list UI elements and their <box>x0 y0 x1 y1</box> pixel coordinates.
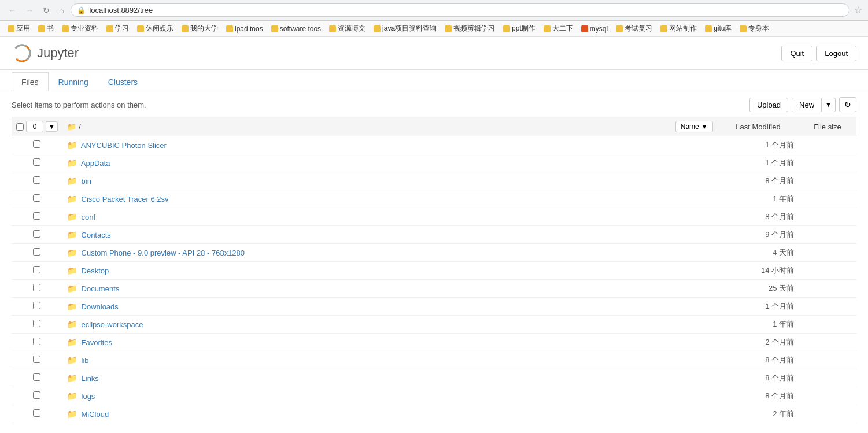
new-dropdown-button[interactable]: ▼ <box>822 99 835 110</box>
row-checkbox[interactable] <box>33 158 40 166</box>
bookmark-video[interactable]: 视频剪辑学习 <box>442 23 498 35</box>
file-link[interactable]: MiCloud <box>82 410 109 419</box>
row-modified-cell: 8 个月前 <box>718 369 799 387</box>
bookmark-java[interactable]: java项目资料查询 <box>371 23 439 35</box>
bookmark-resources[interactable]: 资源博文 <box>326 23 368 35</box>
select-all-checkbox[interactable] <box>16 123 24 131</box>
bookmark-label: 资源博文 <box>338 24 365 34</box>
file-link[interactable]: AppData <box>81 159 110 168</box>
row-checkbox[interactable] <box>33 320 40 327</box>
bookmark-ppt[interactable]: ppt制作 <box>500 23 538 35</box>
bookmark-apps[interactable]: 应用 <box>5 23 33 35</box>
row-empty-cell <box>637 154 718 172</box>
row-checkbox[interactable] <box>33 248 40 256</box>
row-checkbox[interactable] <box>33 194 40 202</box>
counter-input[interactable] <box>26 121 43 132</box>
folder-icon: 📁 <box>67 409 77 419</box>
bookmark-sophomore[interactable]: 大二下 <box>541 23 576 35</box>
name-sort-button[interactable]: Name ▼ <box>675 121 713 132</box>
row-modified-cell: 25 天前 <box>718 280 799 298</box>
row-empty-cell <box>637 172 718 190</box>
row-check-cell <box>12 244 62 262</box>
forward-button[interactable]: → <box>23 5 36 16</box>
counter-dropdown-button[interactable]: ▼ <box>46 121 58 132</box>
bookmark-web[interactable]: 网站制作 <box>658 23 700 35</box>
bookmark-label: 专身本 <box>748 24 769 34</box>
tab-clusters[interactable]: Clusters <box>98 72 147 91</box>
favorite-star-icon[interactable]: ☆ <box>854 5 862 16</box>
row-checkbox[interactable] <box>33 230 40 238</box>
row-size-cell <box>799 262 856 280</box>
row-checkbox[interactable] <box>33 266 40 273</box>
row-checkbox[interactable] <box>33 338 40 345</box>
back-button[interactable]: ← <box>6 5 19 16</box>
row-checkbox[interactable] <box>33 302 40 309</box>
table-row: 📁 bin 8 个月前 <box>12 172 856 190</box>
quit-button[interactable]: Quit <box>781 46 812 61</box>
bookmark-github[interactable]: gitu库 <box>702 23 734 35</box>
bookmark-mysql[interactable]: mysql <box>578 24 611 34</box>
upload-button[interactable]: Upload <box>749 98 788 112</box>
bookmark-folder-icon <box>740 25 747 32</box>
row-modified-cell: 9 个月前 <box>718 226 799 244</box>
file-link[interactable]: Downloads <box>82 302 119 311</box>
new-button[interactable]: New <box>792 98 822 112</box>
bookmark-ipad[interactable]: ipad toos <box>223 24 266 34</box>
tab-files[interactable]: Files <box>12 72 49 91</box>
bookmark-folder-icon <box>660 25 667 32</box>
bookmark-special-icon <box>581 25 588 32</box>
row-check-cell <box>12 280 62 298</box>
file-link[interactable]: Favorites <box>82 338 112 347</box>
file-link[interactable]: eclipse-workspace <box>82 320 143 329</box>
file-link[interactable]: logs <box>82 392 95 401</box>
tab-running[interactable]: Running <box>49 72 98 91</box>
reload-button[interactable]: ↻ <box>40 5 52 16</box>
file-link[interactable]: Desktop <box>82 267 109 275</box>
bookmark-leisure[interactable]: 休闲娱乐 <box>134 23 176 35</box>
file-browser: Select items to perform actions on them.… <box>0 91 868 423</box>
row-size-cell <box>799 244 856 262</box>
file-link[interactable]: Custom Phone - 9.0 preview - API 28 - 76… <box>82 249 245 257</box>
row-checkbox[interactable] <box>33 140 40 148</box>
bookmark-books[interactable]: 书 <box>35 23 57 35</box>
file-link[interactable]: conf <box>82 213 96 221</box>
bookmark-exam[interactable]: 考试复习 <box>613 23 655 35</box>
home-button[interactable]: ⌂ <box>57 5 66 16</box>
refresh-button[interactable]: ↻ <box>839 97 856 112</box>
row-checkbox[interactable] <box>33 409 40 417</box>
bookmark-personal[interactable]: 专身本 <box>737 23 772 35</box>
bookmark-study[interactable]: 学习 <box>104 23 132 35</box>
app-logo: Jupyter <box>12 43 79 64</box>
file-link[interactable]: Documents <box>82 284 120 293</box>
row-name-cell: 📁 Cisco Packet Tracer 6.2sv <box>62 190 637 208</box>
file-link[interactable]: bin <box>82 177 91 186</box>
bookmark-label: 休闲娱乐 <box>146 24 173 34</box>
browser-chrome: ← → ↻ ⌂ 🔒 localhost:8892/tree ☆ <box>0 0 868 21</box>
row-checkbox[interactable] <box>33 212 40 220</box>
file-link[interactable]: Links <box>82 374 99 383</box>
bookmark-professional[interactable]: 专业资料 <box>59 23 101 35</box>
row-size-cell <box>799 351 856 369</box>
address-bar[interactable]: 🔒 localhost:8892/tree <box>71 3 849 17</box>
row-checkbox[interactable] <box>33 284 40 291</box>
row-name-cell: 📁 logs <box>62 387 637 405</box>
row-checkbox[interactable] <box>33 176 40 184</box>
row-checkbox[interactable] <box>33 356 40 363</box>
bookmark-folder-icon <box>705 25 712 32</box>
file-list: 📁 ANYCUBIC Photon Slicer 1 个月前 📁 AppData… <box>12 136 856 423</box>
row-checkbox[interactable] <box>33 391 40 399</box>
file-link[interactable]: lib <box>82 356 89 365</box>
bookmark-label: 应用 <box>16 24 30 34</box>
row-checkbox[interactable] <box>33 373 40 381</box>
bookmark-university[interactable]: 我的大学 <box>179 23 221 35</box>
file-link[interactable]: Cisco Packet Tracer 6.2sv <box>82 195 169 203</box>
file-link[interactable]: Contacts <box>82 231 111 239</box>
row-check-cell <box>12 334 62 351</box>
row-size-cell <box>799 190 856 208</box>
bookmark-software[interactable]: software toos <box>268 24 324 34</box>
logout-button[interactable]: Logout <box>816 46 856 61</box>
table-row: 📁 AppData 1 个月前 <box>12 154 856 172</box>
table-row: 📁 ANYCUBIC Photon Slicer 1 个月前 <box>12 136 856 154</box>
file-link[interactable]: ANYCUBIC Photon Slicer <box>81 141 167 150</box>
bookmark-label: 视频剪辑学习 <box>453 24 495 34</box>
